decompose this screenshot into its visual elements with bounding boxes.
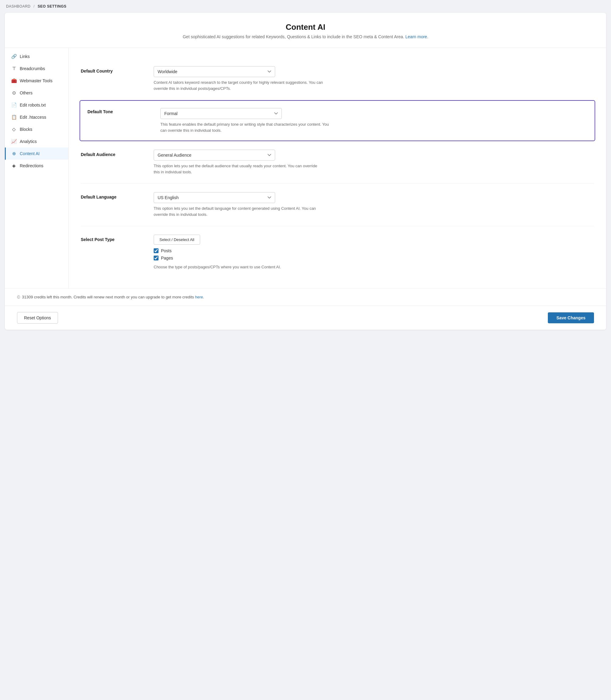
- checkbox-pages[interactable]: [154, 256, 159, 260]
- sidebar-label-edit-htaccess: Edit .htaccess: [20, 115, 46, 120]
- sidebar: 🔗Links⊤Breadcrumbs🧰Webmaster Tools⊙Other…: [5, 48, 69, 288]
- default-language-description: This option lets you set the default lan…: [154, 206, 324, 217]
- breadcrumb-current: SEO SETTINGS: [38, 4, 66, 9]
- default-language-row: Default Language US EnglishUK EnglishSpa…: [81, 184, 594, 226]
- content-layout: 🔗Links⊤Breadcrumbs🧰Webmaster Tools⊙Other…: [5, 48, 606, 288]
- sidebar-item-webmaster-tools[interactable]: 🧰Webmaster Tools: [5, 75, 68, 87]
- breadcrumb: DASHBOARD / SEO SETTINGS: [0, 0, 611, 13]
- sidebar-item-edit-robots[interactable]: 📄Edit robots.txt: [5, 99, 68, 111]
- sidebar-label-others: Others: [20, 90, 32, 95]
- sidebar-icon-redirections: ◈: [11, 163, 17, 168]
- post-type-description: Choose the type of posts/pages/CPTs wher…: [154, 264, 324, 270]
- save-changes-button[interactable]: Save Changes: [548, 313, 594, 323]
- default-audience-label: Default Audience: [81, 150, 148, 175]
- select-deselect-all-button[interactable]: Select / Deselect All: [154, 235, 200, 245]
- sidebar-item-breadcrumbs[interactable]: ⊤Breadcrumbs: [5, 62, 68, 75]
- sidebar-item-analytics[interactable]: 📈Analytics: [5, 135, 68, 148]
- checkbox-label-posts: Posts: [161, 248, 172, 253]
- sidebar-icon-content-ai: ⊕: [11, 151, 17, 156]
- default-country-row: Default Country WorldwideUnited StatesUn…: [81, 58, 594, 100]
- checkbox-item-posts[interactable]: Posts: [154, 248, 594, 253]
- main-card: Content AI Get sophisticated AI suggesti…: [5, 13, 606, 330]
- default-audience-field: General AudienceStudentsExpertsProfessio…: [154, 150, 594, 175]
- credits-link[interactable]: here: [195, 295, 203, 299]
- footer-actions: Reset Options Save Changes: [5, 306, 606, 330]
- page-header: Content AI Get sophisticated AI suggesti…: [5, 13, 606, 48]
- breadcrumb-separator: /: [33, 4, 35, 9]
- checkbox-item-pages[interactable]: Pages: [154, 256, 594, 260]
- default-tone-field: FormalInformalOptimisticWorriedFriendlyC…: [160, 108, 587, 133]
- sidebar-icon-others: ⊙: [11, 90, 17, 96]
- select-post-type-label: Select Post Type: [81, 235, 148, 270]
- sidebar-label-links: Links: [20, 54, 30, 59]
- sidebar-label-webmaster-tools: Webmaster Tools: [20, 78, 53, 83]
- sidebar-label-edit-robots: Edit robots.txt: [20, 103, 46, 107]
- default-tone-label: Default Tone: [88, 108, 154, 133]
- sidebar-icon-webmaster-tools: 🧰: [11, 78, 17, 83]
- sidebar-label-content-ai: Content AI: [20, 151, 40, 156]
- default-tone-row: Default Tone FormalInformalOptimisticWor…: [79, 100, 595, 141]
- sidebar-item-redirections[interactable]: ◈Redirections: [5, 160, 68, 172]
- default-language-select[interactable]: US EnglishUK EnglishSpanishFrenchGermanI…: [154, 192, 275, 203]
- sidebar-item-blocks[interactable]: ◇Blocks: [5, 123, 68, 135]
- select-post-type-row: Select Post Type Select / Deselect All P…: [81, 226, 594, 279]
- default-audience-row: Default Audience General AudienceStudent…: [81, 141, 594, 184]
- sidebar-item-edit-htaccess[interactable]: 📋Edit .htaccess: [5, 111, 68, 123]
- sidebar-icon-links: 🔗: [11, 54, 17, 59]
- default-country-select[interactable]: WorldwideUnited StatesUnited KingdomCana…: [154, 66, 275, 77]
- sidebar-item-content-ai[interactable]: ⊕Content AI: [5, 148, 68, 160]
- default-country-label: Default Country: [81, 66, 148, 91]
- page-description: Get sophisticated AI suggestions for rel…: [17, 34, 594, 39]
- learn-more-link[interactable]: Learn more: [405, 34, 427, 39]
- default-country-field: WorldwideUnited StatesUnited KingdomCana…: [154, 66, 594, 91]
- sidebar-item-others[interactable]: ⊙Others: [5, 87, 68, 99]
- breadcrumb-dashboard[interactable]: DASHBOARD: [6, 4, 31, 9]
- post-type-checkboxes: PostsPages: [154, 248, 594, 260]
- default-language-label: Default Language: [81, 192, 148, 217]
- sidebar-icon-edit-htaccess: 📋: [11, 115, 17, 120]
- default-language-field: US EnglishUK EnglishSpanishFrenchGermanI…: [154, 192, 594, 217]
- reset-options-button[interactable]: Reset Options: [17, 312, 58, 324]
- default-audience-description: This option lets you set the default aud…: [154, 163, 324, 175]
- sidebar-icon-edit-robots: 📄: [11, 102, 17, 108]
- default-audience-select[interactable]: General AudienceStudentsExpertsProfessio…: [154, 150, 275, 161]
- sidebar-icon-breadcrumbs: ⊤: [11, 66, 17, 71]
- page-title: Content AI: [17, 22, 594, 32]
- default-tone-description: This feature enables the default primary…: [160, 121, 330, 133]
- sidebar-label-redirections: Redirections: [20, 163, 43, 168]
- sidebar-icon-blocks: ◇: [11, 126, 17, 132]
- checkbox-label-pages: Pages: [161, 256, 173, 260]
- sidebar-label-blocks: Blocks: [20, 127, 32, 132]
- main-content-area: Default Country WorldwideUnited StatesUn…: [69, 48, 606, 288]
- default-country-description: Content AI tailors keyword research to t…: [154, 79, 324, 91]
- select-post-type-field: Select / Deselect All PostsPages Choose …: [154, 235, 594, 270]
- checkbox-posts[interactable]: [154, 248, 159, 253]
- sidebar-label-breadcrumbs: Breadcrumbs: [20, 66, 45, 71]
- sidebar-item-links[interactable]: 🔗Links: [5, 50, 68, 62]
- credits-bar: © 31309 credits left this month. Credits…: [5, 288, 606, 306]
- credits-icon: ©: [17, 295, 20, 300]
- default-tone-select[interactable]: FormalInformalOptimisticWorriedFriendlyC…: [160, 108, 282, 119]
- sidebar-label-analytics: Analytics: [20, 139, 37, 144]
- sidebar-icon-analytics: 📈: [11, 139, 17, 144]
- credits-text: 31309 credits left this month. Credits w…: [22, 295, 204, 299]
